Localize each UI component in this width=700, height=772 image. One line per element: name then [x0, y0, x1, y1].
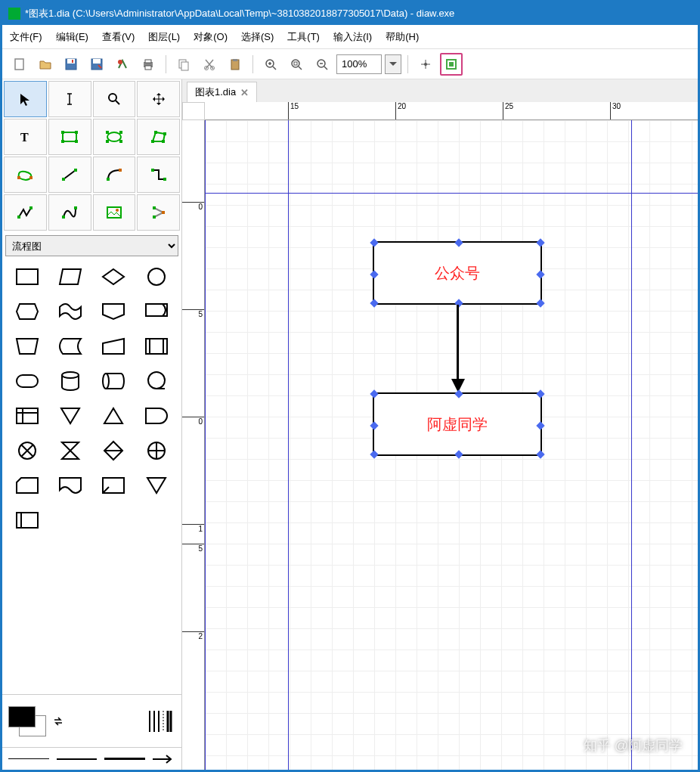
zoom-out-icon[interactable] — [311, 53, 333, 76]
menu-tools[interactable]: 工具(T) — [287, 30, 320, 44]
menu-layers[interactable]: 图层(L) — [148, 30, 180, 44]
box-tool[interactable] — [48, 119, 91, 155]
shape-collate[interactable] — [48, 433, 91, 468]
bezier-tool[interactable] — [48, 194, 91, 231]
box2-text: 阿虚同学 — [427, 414, 488, 435]
menu-file[interactable]: 文件(F) — [10, 30, 42, 44]
guide-h[interactable] — [205, 193, 698, 194]
copy-icon[interactable] — [172, 53, 195, 76]
shape-offpage[interactable] — [92, 294, 135, 329]
line-tool[interactable] — [48, 157, 91, 193]
swap-colors-icon[interactable] — [52, 715, 64, 727]
shape-document[interactable] — [48, 468, 91, 503]
shape-category-select[interactable]: 流程图 — [5, 235, 178, 256]
svg-rect-25 — [63, 132, 76, 141]
lw-2[interactable] — [57, 758, 98, 760]
shape-display[interactable] — [135, 294, 178, 329]
snap-object-icon[interactable] — [440, 53, 463, 76]
paste-icon[interactable] — [224, 53, 246, 76]
shape-punched-tape[interactable] — [48, 294, 91, 329]
menu-help[interactable]: 帮助(H) — [386, 30, 419, 44]
shape-data[interactable] — [48, 259, 91, 294]
connector-arrow[interactable] — [457, 305, 459, 386]
shape-extract[interactable] — [92, 398, 135, 433]
shape-stored-data[interactable] — [48, 329, 91, 364]
shape-or[interactable] — [135, 433, 178, 468]
beziergon-tool[interactable] — [4, 157, 47, 193]
text-tool[interactable]: T — [4, 119, 47, 155]
canvas[interactable]: 公众号 阿虚同学 知乎 @阿虚同学 — [205, 120, 698, 770]
document-tab[interactable]: 图表1.dia ✕ — [187, 82, 257, 102]
save-as-icon[interactable] — [85, 53, 108, 76]
canvas-viewport: 15 20 25 30 0 5 0 1 5 2 — [182, 102, 698, 770]
ellipse-tool[interactable] — [93, 119, 136, 155]
ruler-horizontal[interactable]: 15 20 25 30 — [205, 102, 698, 120]
outline-tool[interactable] — [137, 194, 180, 231]
titlebar[interactable]: *图表1.dia (C:\Users\Administrator\AppData… — [2, 2, 698, 25]
shape-delay[interactable] — [135, 398, 178, 433]
ruler-vertical[interactable]: 0 5 0 1 5 2 — [182, 120, 205, 770]
svg-rect-48 — [29, 206, 33, 209]
zoom-dropdown[interactable] — [385, 54, 401, 74]
shape-process[interactable] — [5, 259, 48, 294]
zoom-fit-icon[interactable] — [285, 53, 308, 76]
pointer-tool[interactable] — [4, 81, 47, 117]
zoom-in-icon[interactable] — [259, 53, 282, 76]
shape-connector[interactable] — [135, 259, 178, 294]
shape-internal[interactable] — [5, 398, 48, 433]
arc-tool[interactable] — [93, 157, 136, 193]
menu-view[interactable]: 查看(V) — [102, 30, 135, 44]
svg-rect-31 — [106, 131, 109, 134]
shape-magnetic-disk[interactable] — [48, 364, 91, 398]
shape-sort[interactable] — [92, 433, 135, 468]
zoom-input[interactable] — [336, 54, 382, 74]
cut-icon[interactable] — [198, 53, 221, 76]
new-file-icon[interactable] — [8, 53, 31, 76]
shape-card[interactable] — [5, 468, 48, 503]
tab-close-icon[interactable]: ✕ — [240, 87, 249, 98]
save-icon[interactable] — [60, 53, 82, 76]
print-icon[interactable] — [137, 53, 160, 76]
export-icon[interactable] — [111, 53, 134, 76]
arrow-style[interactable] — [153, 755, 175, 764]
shape-summing[interactable] — [5, 433, 48, 468]
shape-sequential[interactable] — [135, 364, 178, 398]
shape-manual-op[interactable] — [5, 329, 48, 364]
fg-bg-swatch[interactable] — [8, 706, 46, 736]
shape-direct-data[interactable] — [92, 364, 135, 398]
svg-rect-22 — [449, 62, 454, 67]
shape-offpage2[interactable] — [135, 468, 178, 503]
open-file-icon[interactable] — [34, 53, 57, 76]
shape-decision[interactable] — [92, 259, 135, 294]
polyline-tool[interactable] — [4, 194, 47, 231]
text-cursor-tool[interactable] — [48, 81, 91, 117]
polygon-tool[interactable] — [137, 119, 180, 155]
menu-input[interactable]: 输入法(I) — [333, 30, 372, 44]
color-selector — [2, 694, 181, 747]
fg-color[interactable] — [8, 706, 36, 727]
flowchart-box-2[interactable]: 阿虚同学 — [373, 392, 542, 456]
svg-rect-51 — [107, 207, 121, 218]
snap-grid-icon[interactable] — [414, 53, 437, 76]
flowchart-box-1[interactable]: 公众号 — [373, 241, 542, 305]
image-tool[interactable] — [93, 194, 136, 231]
shape-transaction[interactable] — [92, 468, 135, 503]
zigzag-tool[interactable] — [137, 157, 180, 193]
shape-preparation[interactable] — [5, 294, 48, 329]
scroll-tool[interactable] — [137, 81, 180, 117]
shape-terminal[interactable] — [5, 364, 48, 398]
menu-objects[interactable]: 对象(O) — [194, 30, 228, 44]
lw-1[interactable] — [8, 758, 49, 759]
line-style-preview[interactable] — [145, 706, 175, 736]
shape-datasource[interactable] — [5, 503, 48, 538]
shape-predefined[interactable] — [135, 329, 178, 364]
guide-v[interactable] — [288, 120, 289, 770]
menu-edit[interactable]: 编辑(E) — [56, 30, 88, 44]
lw-3[interactable] — [104, 758, 145, 760]
tab-label: 图表1.dia — [195, 85, 236, 99]
guide-v[interactable] — [631, 120, 632, 770]
menu-select[interactable]: 选择(S) — [241, 30, 274, 44]
shape-manual-input[interactable] — [92, 329, 135, 364]
shape-merge[interactable] — [48, 398, 91, 433]
magnify-tool[interactable] — [93, 81, 136, 117]
